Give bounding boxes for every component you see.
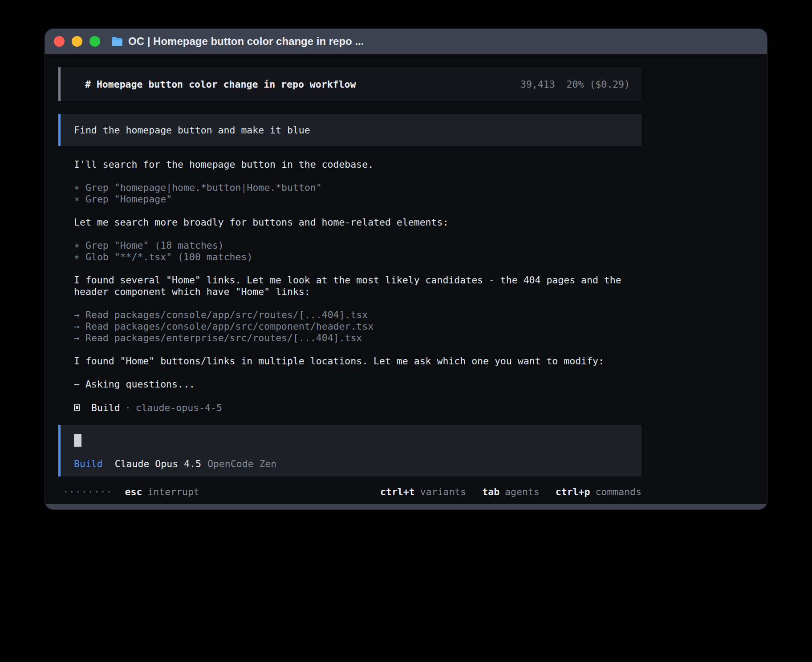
zoom-button[interactable] [89,36,100,47]
tool-call-glob: ∗Glob "**/*.tsx" (100 matches) [74,251,641,263]
ctrl-t-key: ctrl+t [380,486,415,497]
tool-call-read: →Read packages/enterprise/src/routes/[..… [74,332,641,344]
agent-model: claude-opus-4-5 [136,402,222,413]
context-usage: 20% ($0.29) [567,79,630,90]
spinner-dots: ········ [63,486,113,497]
window-title: OC | Homepage button color change in rep… [128,35,364,48]
status-right: ctrl+t variants tab agents ctrl+p comman… [380,486,641,497]
input-meta-row: Build Claude Opus 4.5 OpenCode Zen [74,458,641,469]
hint-commands: ctrl+p commands [556,486,641,497]
tool-call-grep: ∗Grep "Home" (18 matches) [74,240,641,251]
asterisk-icon: ∗ [74,251,85,263]
variants-label: variants [420,486,467,497]
folder-icon [111,36,123,47]
status-bar: ········ esc interrupt ctrl+t variants t… [63,486,641,497]
ctrl-p-key: ctrl+p [556,486,590,497]
tool-call-text: Grep "homepage|home.*button|Home.*button… [85,182,322,194]
user-message-text: Find the homepage button and make it blu… [74,125,310,136]
agent-square-inner [76,406,78,409]
dot-separator: · [125,402,131,413]
prompt-input[interactable]: Build Claude Opus 4.5 OpenCode Zen [58,425,641,476]
agent-name: Build [91,402,120,413]
tool-call-text: Read packages/enterprise/src/routes/[...… [85,332,362,344]
session-transcript: # Homepage button color change in repo w… [45,54,641,497]
tab-key: tab [482,486,499,497]
tool-call-grep: ∗Grep "Homepage" [74,194,641,205]
agent-badge[interactable]: Build [74,458,103,469]
commands-label: commands [595,486,641,497]
session-header: # Homepage button color change in repo w… [58,67,641,101]
traffic-lights [54,36,100,47]
assistant-paragraph: I found "Home" buttons/links in multiple… [74,355,641,367]
token-count: 39,413 [520,79,555,90]
assistant-paragraph: Let me search more broadly for buttons a… [74,217,641,228]
arrow-right-icon: → [74,332,85,344]
tool-call-text: Read packages/console/app/src/routes/[..… [85,309,368,321]
tool-call-read: →Read packages/console/app/src/routes/[.… [74,309,641,321]
assistant-paragraph: I'll search for the homepage button in t… [74,159,641,170]
hint-interrupt: esc interrupt [125,486,199,497]
session-meta: 39,413 20% ($0.29) [520,79,630,90]
minimize-button[interactable] [72,36,82,47]
assistant-paragraph: I found several "Home" links. Let me loo… [74,274,641,298]
close-button[interactable] [54,36,65,47]
user-message: Find the homepage button and make it blu… [58,114,641,146]
asterisk-icon: ∗ [74,194,85,205]
text-cursor [74,434,81,447]
asterisk-icon: ∗ [74,182,85,194]
esc-key: esc [125,486,142,497]
arrow-right-icon: → [74,321,85,332]
agent-square-icon [74,404,80,411]
terminal-window: OC | Homepage button color change in rep… [45,28,767,510]
hint-agents: tab agents [482,486,540,497]
working-status: ~ Asking questions... [74,379,641,390]
assistant-response: I'll search for the homepage button in t… [58,159,641,413]
tool-call-text: Read packages/console/app/src/component/… [85,321,374,332]
status-left: ········ esc interrupt [63,486,199,497]
model-name: Claude Opus 4.5 [115,458,201,469]
session-title: # Homepage button color change in repo w… [85,79,356,90]
agents-label: agents [505,486,540,497]
arrow-right-icon: → [74,309,85,321]
titlebar[interactable]: OC | Homepage button color change in rep… [45,29,767,54]
hint-variants: ctrl+t variants [380,486,466,497]
tool-call-read: →Read packages/console/app/src/component… [74,321,641,332]
agent-status-line: Build · claude-opus-4-5 [74,402,641,413]
tool-call-text: Grep "Home" (18 matches) [85,240,224,251]
tool-call-text: Glob "**/*.tsx" (100 matches) [85,251,252,263]
asterisk-icon: ∗ [74,240,85,251]
tool-call-grep: ∗Grep "homepage|home.*button|Home.*butto… [74,182,641,194]
esc-label: interrupt [147,486,199,497]
provider-name: OpenCode Zen [207,458,276,469]
window-bottom-frame [45,504,767,509]
tool-call-text: Grep "Homepage" [85,194,172,205]
